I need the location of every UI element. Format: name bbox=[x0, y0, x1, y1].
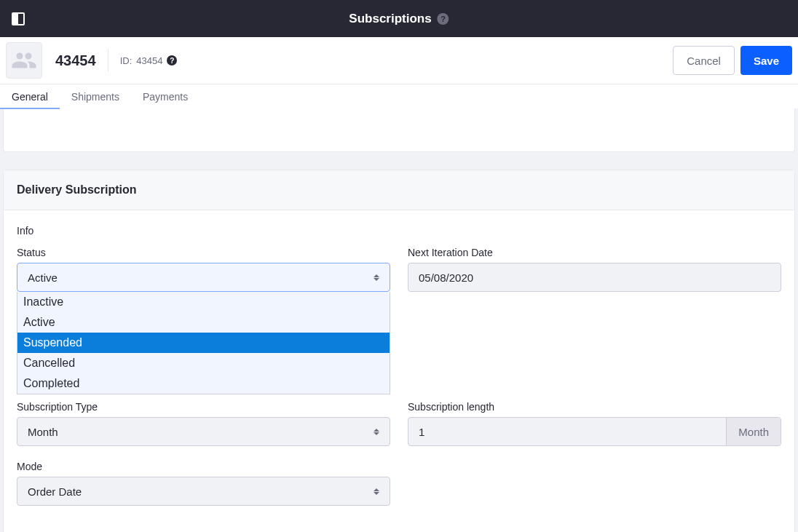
status-option-active[interactable]: Active bbox=[17, 312, 390, 333]
tab-payments[interactable]: Payments bbox=[143, 84, 188, 108]
tab-general[interactable]: General bbox=[12, 84, 48, 108]
subscription-type-label: Subscription Type bbox=[17, 401, 390, 413]
page-title: Subscriptions ? bbox=[349, 12, 449, 26]
status-option-completed[interactable]: Completed bbox=[17, 373, 390, 394]
cancel-button[interactable]: Cancel bbox=[673, 46, 735, 75]
panel-toggle-icon[interactable] bbox=[12, 12, 25, 25]
select-caret-icon bbox=[374, 274, 379, 281]
save-button[interactable]: Save bbox=[740, 46, 792, 75]
entity-id: ID: 43454 ? bbox=[120, 55, 178, 66]
status-option-inactive[interactable]: Inactive bbox=[17, 292, 390, 312]
subscription-length-input[interactable]: 1 Month bbox=[408, 417, 781, 446]
info-heading: Info bbox=[17, 225, 781, 237]
entity-number: 43454 bbox=[55, 52, 96, 69]
status-select[interactable]: Active bbox=[17, 263, 390, 292]
tab-shipments[interactable]: Shipments bbox=[71, 84, 119, 108]
subscription-length-unit: Month bbox=[726, 418, 781, 445]
status-option-cancelled[interactable]: Cancelled bbox=[17, 353, 390, 373]
status-option-suspended[interactable]: Suspended bbox=[17, 333, 390, 353]
delivery-subscription-panel: Delivery Subscription Info Status Active… bbox=[3, 170, 795, 532]
subscription-length-label: Subscription length bbox=[408, 401, 781, 413]
info-icon[interactable]: ? bbox=[167, 55, 177, 65]
status-select-value: Active bbox=[28, 271, 58, 284]
panel-title: Delivery Subscription bbox=[4, 170, 794, 210]
help-icon[interactable]: ? bbox=[438, 13, 449, 25]
status-label: Status bbox=[17, 247, 390, 258]
divider bbox=[108, 49, 108, 72]
select-caret-icon bbox=[374, 429, 379, 435]
next-iteration-label: Next Iteration Date bbox=[408, 247, 781, 258]
mode-label: Mode bbox=[17, 461, 390, 472]
avatar bbox=[6, 42, 42, 79]
body-area: Delivery Subscription Info Status Active… bbox=[0, 108, 798, 532]
tabs: General Shipments Payments bbox=[0, 84, 798, 108]
subscription-type-select[interactable]: Month bbox=[17, 417, 390, 446]
topbar: Subscriptions ? bbox=[0, 0, 798, 37]
select-caret-icon bbox=[374, 488, 379, 495]
next-iteration-input[interactable]: 05/08/2020 bbox=[408, 263, 781, 292]
user-group-icon bbox=[11, 47, 37, 74]
panel-stub bbox=[3, 108, 795, 152]
entity-header: 43454 ID: 43454 ? Cancel Save bbox=[0, 37, 798, 84]
mode-select[interactable]: Order Date bbox=[17, 477, 390, 506]
status-dropdown: Inactive Active Suspended Cancelled Comp… bbox=[17, 292, 390, 394]
